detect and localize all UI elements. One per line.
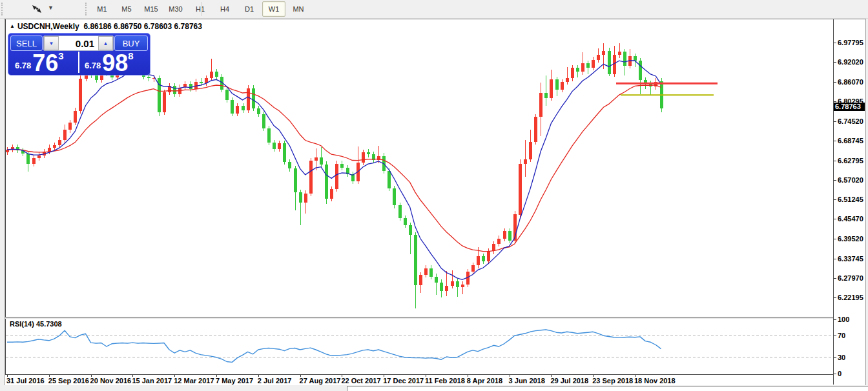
- candle-body: [79, 79, 82, 111]
- candle-body: [262, 114, 265, 128]
- price-axis-label: 6.97795: [838, 39, 863, 46]
- candle-body: [210, 72, 213, 77]
- candle-body: [309, 161, 313, 194]
- price-axis-tick: [834, 297, 836, 298]
- timeframe-button-d1[interactable]: D1: [238, 1, 261, 17]
- rsi-indicator-label: RSI(14) 45.7308: [10, 320, 62, 328]
- candle-body: [48, 148, 51, 152]
- time-axis-tick: [468, 375, 468, 377]
- time-axis[interactable]: 31 Jul 201625 Sep 201620 Nov 201615 Jan …: [5, 375, 833, 385]
- candle-body: [445, 286, 448, 290]
- sell-price[interactable]: 6.78 76 3: [11, 52, 77, 73]
- candle-body: [586, 63, 590, 68]
- volume-increase-button[interactable]: ▲: [98, 36, 113, 50]
- price-axis-label: 6.74520: [838, 117, 863, 125]
- time-axis-tick: [132, 375, 133, 377]
- time-axis-label: 20 Nov 2016: [90, 377, 132, 385]
- candle-body: [335, 164, 338, 189]
- candle-body: [487, 251, 490, 261]
- candle-body: [555, 79, 559, 90]
- candle-body: [435, 277, 438, 283]
- rsi-axis-tick: [834, 319, 836, 320]
- collapse-arrow-icon[interactable]: ▲: [10, 23, 15, 29]
- ohlc-values: 6.86186 6.86750 6.78603 6.78763: [83, 22, 202, 31]
- timeframe-button-w1[interactable]: W1: [262, 1, 285, 17]
- time-axis-tick: [593, 375, 594, 377]
- timeframe-toolbar: ▼ M1M5M15M30H1H4D1W1MN: [0, 0, 868, 19]
- candle-body: [503, 231, 506, 239]
- timeframe-button-m15[interactable]: M15: [140, 1, 163, 17]
- time-axis-tick: [635, 375, 636, 377]
- time-axis-label: 11 Feb 2018: [425, 377, 465, 385]
- timeframe-button-mn[interactable]: MN: [287, 1, 310, 17]
- volume-input[interactable]: 0.01: [59, 36, 98, 50]
- toolbar-grip[interactable]: [85, 3, 88, 15]
- candle-body: [299, 192, 302, 203]
- buy-price[interactable]: 6.78 98 8: [81, 52, 147, 73]
- time-axis-label: 31 Jul 2016: [6, 377, 45, 385]
- candle-body: [194, 82, 198, 90]
- toolbar-grip[interactable]: [1, 3, 5, 15]
- candle-body: [231, 100, 234, 114]
- chart-pointer-icon[interactable]: [28, 3, 45, 15]
- candle-body: [529, 142, 532, 159]
- rsi-axis-label: 0: [838, 370, 842, 377]
- candle-body: [215, 72, 218, 76]
- buy-button[interactable]: BUY: [114, 35, 148, 51]
- candle-body: [63, 130, 67, 139]
- timeframe-button-h4[interactable]: H4: [213, 1, 236, 17]
- price-axis-label: 6.22195: [838, 294, 863, 301]
- chart-window: ▲USDCNH,Weekly 6.86186 6.86750 6.78603 6…: [4, 19, 866, 386]
- candle-body: [304, 194, 307, 203]
- pane-splitter[interactable]: [5, 317, 833, 319]
- time-axis-label: 29 Jul 2018: [550, 377, 588, 385]
- candle-body: [32, 158, 36, 164]
- candle-body: [581, 63, 584, 72]
- rsi-axis-tick: [834, 336, 836, 336]
- timeframe-button-h1[interactable]: H1: [189, 1, 212, 17]
- candle-body: [592, 60, 595, 68]
- candle-body: [273, 143, 276, 149]
- candle-body: [519, 164, 522, 215]
- timeframe-button-m5[interactable]: M5: [115, 1, 138, 17]
- volume-decrease-button[interactable]: ▼: [44, 36, 59, 50]
- price-axis-tick: [834, 259, 836, 259]
- candle-body: [429, 268, 433, 277]
- candle-body: [602, 51, 605, 55]
- chevron-down-icon[interactable]: ▼: [48, 5, 54, 11]
- price-axis-tick: [834, 180, 836, 181]
- candle-body: [623, 52, 626, 66]
- panel-divider: [78, 52, 79, 73]
- candle-body: [539, 93, 542, 117]
- candle-body: [53, 145, 56, 148]
- timeframe-button-m1[interactable]: M1: [90, 1, 114, 17]
- docked-terminal-edge[interactable]: [347, 386, 868, 391]
- candle-body: [477, 256, 480, 266]
- price-axis-label: 6.86070: [838, 78, 863, 86]
- candle-body: [283, 143, 286, 162]
- candle-body: [544, 93, 548, 98]
- ma-fast-line: [7, 61, 661, 279]
- price-axis-label: 6.51245: [838, 196, 863, 203]
- price-axis-label: 6.92020: [838, 58, 863, 66]
- candle-body: [278, 143, 281, 149]
- candle-body: [398, 205, 402, 218]
- ma-slow-line: [7, 85, 661, 252]
- price-axis-tick: [834, 199, 836, 200]
- candle-body: [173, 86, 176, 94]
- candle-body: [393, 188, 396, 206]
- candle-body: [388, 171, 391, 188]
- candle-body: [409, 225, 412, 236]
- candle-body: [404, 218, 407, 225]
- buy-price-sup: 8: [128, 50, 133, 61]
- time-axis-tick: [258, 375, 259, 377]
- price-axis[interactable]: 6.977956.920206.860706.802956.745206.687…: [834, 19, 865, 385]
- candle-body: [200, 82, 203, 83]
- timeframe-button-m30[interactable]: M30: [164, 1, 187, 17]
- symbol-period-label: USDCNH,Weekly: [17, 22, 79, 31]
- sell-button[interactable]: SELL: [10, 35, 43, 51]
- sell-price-big: 76: [32, 54, 58, 73]
- price-axis-tick: [834, 219, 836, 219]
- candle-body: [37, 155, 41, 158]
- price-axis-label: 6.45470: [838, 215, 863, 223]
